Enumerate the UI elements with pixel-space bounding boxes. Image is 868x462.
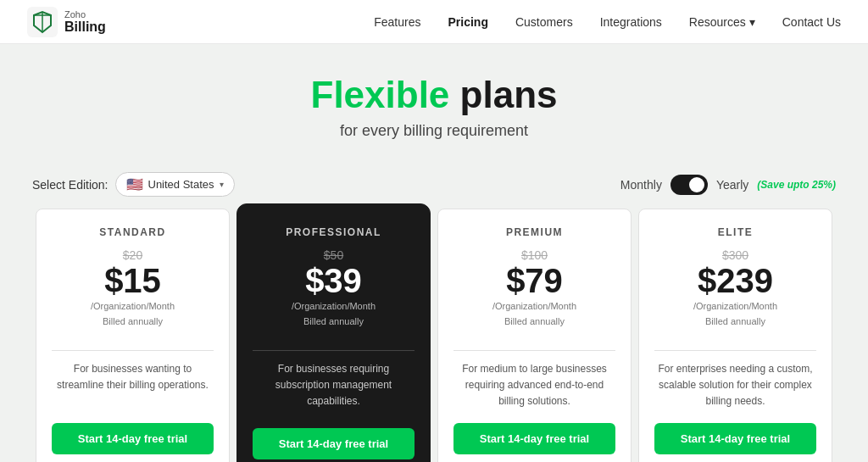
plan-desc-professional: For businesses requiring subscription ma… — [253, 361, 415, 415]
plan-card-standard: STANDARD $20 $15 /Organization/MonthBill… — [36, 209, 230, 462]
divider-elite — [654, 350, 816, 351]
plan-name-professional: PROFESSIONAL — [286, 226, 381, 238]
nav-integrations[interactable]: Integrations — [600, 15, 662, 29]
nav-contact[interactable]: Contact Us — [782, 15, 841, 29]
chevron-down-icon: ▾ — [749, 15, 755, 29]
plan-name-elite: ELITE — [718, 226, 754, 238]
divider-professional — [253, 350, 415, 351]
plan-name-premium: PREMIUM — [506, 226, 563, 238]
edition-label: Select Edition: — [32, 178, 108, 192]
plan-desc-premium: For medium to large businesses requiring… — [453, 361, 615, 410]
original-price-professional: $50 — [324, 248, 343, 262]
current-price-elite: $239 — [698, 264, 773, 298]
nav-customers[interactable]: Customers — [515, 15, 573, 29]
toggle-switch[interactable] — [670, 175, 708, 195]
hero-headline: Flexible plans — [17, 75, 851, 115]
plan-desc-standard: For businesses wanting to streamline the… — [52, 361, 214, 410]
navbar: Zoho Billing Features Pricing Customers … — [0, 0, 868, 44]
original-price-premium: $100 — [521, 248, 548, 262]
headline-flexible: Flexible — [311, 74, 450, 115]
nav-features[interactable]: Features — [374, 15, 420, 29]
yearly-label: Yearly — [716, 178, 748, 192]
cta-btn-professional[interactable]: Start 14-day free trial — [253, 428, 415, 459]
controls-row: Select Edition: 🇺🇸 United States ▾ Month… — [19, 172, 849, 197]
current-price-professional: $39 — [305, 264, 362, 298]
toggle-thumb — [689, 177, 704, 192]
nav-links: Features Pricing Customers Integrations … — [374, 14, 841, 30]
logo-zoho: Zoho — [64, 9, 106, 19]
plan-card-elite: ELITE $300 $239 /Organization/MonthBille… — [638, 209, 832, 462]
edition-selector: Select Edition: 🇺🇸 United States ▾ — [32, 172, 235, 197]
hero-subtext: for every billing requirement — [17, 122, 851, 140]
plan-card-professional: PROFESSIONAL $50 $39 /Organization/Month… — [236, 203, 431, 462]
current-price-premium: $79 — [506, 264, 563, 298]
original-price-elite: $300 — [722, 248, 748, 262]
plan-card-premium: PREMIUM $100 $79 /Organization/MonthBill… — [437, 209, 632, 462]
headline-rest: plans — [449, 74, 557, 115]
price-sub-professional: /Organization/MonthBilled annually — [292, 299, 376, 329]
us-flag-icon: 🇺🇸 — [126, 176, 143, 192]
price-sub-elite: /Organization/MonthBilled annually — [693, 299, 777, 329]
nav-pricing[interactable]: Pricing — [448, 15, 488, 29]
cta-btn-premium[interactable]: Start 14-day free trial — [453, 423, 615, 454]
cta-btn-standard[interactable]: Start 14-day free trial — [52, 423, 214, 454]
price-sub-premium: /Organization/MonthBilled annually — [492, 299, 576, 329]
save-badge: (Save upto 25%) — [757, 179, 836, 191]
edition-value: United States — [148, 178, 214, 191]
nav-resources[interactable]: Resources ▾ — [689, 15, 755, 29]
price-sub-standard: /Organization/MonthBilled annually — [91, 299, 175, 329]
cta-btn-elite[interactable]: Start 14-day free trial — [654, 423, 816, 454]
plan-desc-elite: For enterprises needing a custom, scalab… — [654, 361, 816, 410]
original-price-standard: $20 — [123, 248, 142, 262]
monthly-label: Monthly — [620, 178, 662, 192]
divider-standard — [52, 350, 214, 351]
edition-dropdown[interactable]: 🇺🇸 United States ▾ — [115, 172, 235, 197]
divider-premium — [453, 350, 615, 351]
dropdown-chevron-icon: ▾ — [220, 180, 224, 189]
logo-billing: Billing — [64, 19, 106, 35]
logo[interactable]: Zoho Billing — [27, 7, 106, 37]
pricing-grid: STANDARD $20 $15 /Organization/MonthBill… — [19, 209, 849, 462]
hero-section: Flexible plans for every billing require… — [0, 44, 868, 157]
current-price-standard: $15 — [104, 264, 161, 298]
plan-name-standard: STANDARD — [99, 226, 165, 238]
billing-toggle: Monthly Yearly (Save upto 25%) — [620, 175, 836, 195]
